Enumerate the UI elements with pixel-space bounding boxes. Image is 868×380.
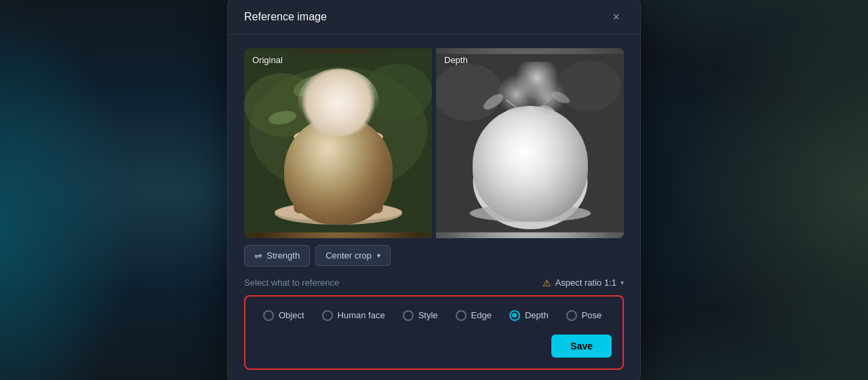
svg-point-28	[508, 109, 553, 145]
svg-point-13	[336, 108, 362, 134]
strength-button[interactable]: ⇌ Strength	[244, 245, 310, 267]
save-button[interactable]: Save	[551, 335, 612, 358]
svg-point-12	[315, 111, 338, 134]
modal-footer: Object Human face Style Ed	[228, 295, 640, 381]
original-image	[244, 48, 432, 238]
reference-aspect-row: Select what to reference ⚠ Aspect ratio …	[244, 278, 624, 295]
svg-point-16	[323, 119, 330, 126]
svg-point-11	[321, 109, 357, 145]
svg-point-17	[310, 98, 331, 118]
radio-pose	[566, 310, 577, 321]
option-depth[interactable]: Depth	[502, 306, 555, 325]
crop-chevron: ▾	[377, 252, 380, 259]
modal-overlay: Reference image × Original	[0, 0, 868, 380]
svg-point-23	[557, 60, 620, 111]
aspect-chevron: ▾	[620, 279, 624, 286]
close-button[interactable]: ×	[608, 10, 624, 24]
original-panel-label: Original	[252, 55, 283, 65]
svg-point-15	[334, 113, 342, 121]
center-crop-button[interactable]: Center crop ▾	[315, 245, 391, 266]
svg-point-14	[330, 109, 347, 126]
depth-image-panel: Depth	[436, 48, 624, 238]
warning-icon: ⚠	[542, 278, 551, 288]
option-human-face-label: Human face	[338, 310, 385, 320]
depth-image	[436, 48, 624, 238]
image-toolbar: ⇌ Strength Center crop ▾	[244, 245, 624, 267]
crop-label: Center crop	[326, 250, 372, 261]
svg-line-19	[317, 95, 338, 110]
svg-point-18	[346, 96, 365, 113]
svg-point-30	[533, 105, 556, 123]
modal-title: Reference image	[244, 11, 327, 23]
original-image-svg	[244, 48, 432, 238]
svg-point-10	[294, 128, 382, 145]
svg-point-29	[503, 108, 529, 127]
options-section: Object Human face Style Ed	[244, 295, 624, 370]
svg-point-26	[495, 140, 565, 197]
option-style[interactable]: Style	[396, 306, 445, 325]
svg-point-22	[436, 63, 503, 121]
svg-point-27	[470, 204, 591, 222]
option-pose[interactable]: Pose	[559, 306, 609, 325]
svg-line-20	[338, 92, 357, 109]
radio-object	[263, 310, 274, 321]
svg-rect-9	[294, 136, 382, 213]
radio-human-face	[322, 310, 333, 321]
strength-icon: ⇌	[254, 250, 262, 261]
radio-edge	[456, 310, 467, 321]
depth-image-svg	[436, 48, 624, 238]
image-panels: Original	[244, 48, 624, 238]
depth-panel-label: Depth	[444, 55, 468, 65]
option-edge[interactable]: Edge	[449, 306, 498, 325]
svg-point-3	[362, 63, 432, 121]
option-pose-label: Pose	[582, 310, 602, 320]
option-object[interactable]: Object	[256, 306, 311, 325]
option-edge-label: Edge	[471, 310, 492, 320]
strength-label: Strength	[267, 250, 300, 261]
original-image-panel: Original	[244, 48, 432, 238]
aspect-ratio-button[interactable]: ⚠ Aspect ratio 1:1 ▾	[542, 278, 624, 288]
options-row: Object Human face Style Ed	[256, 306, 612, 325]
option-object-label: Object	[279, 310, 304, 320]
svg-line-34	[530, 95, 554, 117]
radio-style	[403, 310, 414, 321]
radio-depth	[509, 310, 520, 321]
svg-line-33	[506, 100, 530, 117]
modal-header: Reference image ×	[228, 0, 640, 35]
reference-image-modal: Reference image × Original	[227, 0, 641, 380]
save-row: Save	[256, 335, 612, 358]
svg-point-25	[486, 138, 574, 212]
aspect-ratio-label: Aspect ratio 1:1	[555, 278, 616, 288]
option-style-label: Style	[418, 310, 438, 320]
svg-point-2	[244, 73, 321, 136]
option-human-face[interactable]: Human face	[315, 306, 392, 325]
option-depth-label: Depth	[525, 310, 549, 320]
modal-body: Original	[228, 35, 640, 295]
reference-select-label: Select what to reference	[244, 278, 339, 288]
